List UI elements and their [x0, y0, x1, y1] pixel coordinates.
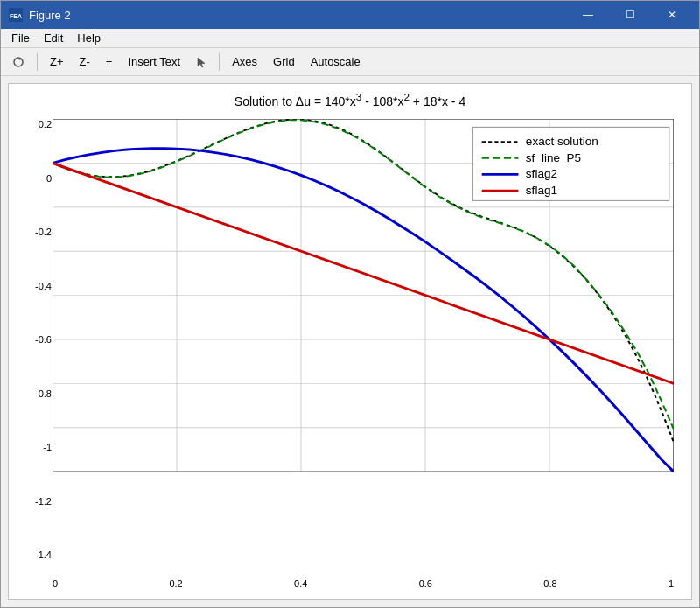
- svg-marker-3: [198, 58, 205, 67]
- y-label-2: -0.2: [35, 227, 52, 237]
- x-label-0: 0: [52, 578, 58, 589]
- toolbar-insert-text[interactable]: Insert Text: [122, 52, 186, 72]
- chart-svg-container: exact solution sf_line_P5 sflag2 sflag1: [52, 119, 674, 560]
- toolbar-zoom-out[interactable]: Z-: [74, 52, 96, 72]
- x-label-02: 0.2: [169, 578, 182, 589]
- svg-text:FEA: FEA: [10, 13, 22, 19]
- y-axis-labels: 0.2 0 -0.2 -0.4 -0.6 -0.8 -1 -1.2 -1.4: [13, 119, 52, 560]
- window-title: Figure 2: [29, 9, 568, 22]
- toolbar: Z+ Z- + Insert Text Axes Grid Autoscale: [1, 48, 699, 76]
- toolbar-sep-2: [219, 53, 220, 71]
- window-controls: — ☐ ✕: [568, 1, 692, 29]
- y-label-6: -1: [43, 442, 52, 452]
- close-button[interactable]: ✕: [652, 1, 692, 29]
- x-label-04: 0.4: [294, 578, 307, 589]
- y-label-4: -0.6: [35, 334, 52, 345]
- y-label-5: -0.8: [35, 388, 52, 399]
- toolbar-pan[interactable]: +: [100, 52, 119, 72]
- y-label-8: -1.4: [35, 549, 52, 560]
- y-label-7: -1.2: [35, 496, 52, 507]
- minimize-button[interactable]: —: [568, 1, 608, 29]
- toolbar-axes[interactable]: Axes: [226, 52, 263, 72]
- toolbar-grid[interactable]: Grid: [267, 52, 301, 72]
- toolbar-sep-1: [37, 53, 38, 71]
- legend-sflag1: sflag1: [526, 185, 557, 197]
- y-label-1: 0: [46, 173, 52, 184]
- legend-exact: exact solution: [526, 136, 598, 148]
- legend-sfline: sf_line_P5: [526, 151, 581, 164]
- toolbar-cursor-icon[interactable]: [190, 52, 213, 72]
- plot-area: Solution to Δu = 140*x3 - 108*x2 + 18*x …: [8, 83, 692, 600]
- x-label-06: 0.6: [419, 578, 432, 589]
- toolbar-rotate-icon[interactable]: [6, 52, 31, 72]
- main-window: FEA Figure 2 — ☐ ✕ File Edit Help Z+ Z- …: [0, 0, 700, 608]
- menu-edit[interactable]: Edit: [37, 30, 70, 46]
- maximize-button[interactable]: ☐: [610, 1, 650, 29]
- legend-sflag2: sflag2: [526, 168, 557, 180]
- plot-title: Solution to Δu = 140*x3 - 108*x2 + 18*x …: [9, 84, 691, 112]
- app-icon: FEA: [8, 7, 24, 23]
- x-axis-labels: 0 0.2 0.4 0.6 0.8 1: [52, 575, 674, 592]
- title-bar: FEA Figure 2 — ☐ ✕: [1, 1, 699, 29]
- plot-svg: exact solution sf_line_P5 sflag2 sflag1: [52, 119, 674, 560]
- menu-bar: File Edit Help: [1, 29, 699, 48]
- menu-file[interactable]: File: [4, 30, 37, 46]
- toolbar-zoom-in[interactable]: Z+: [44, 52, 70, 72]
- y-label-0: 0.2: [38, 119, 52, 129]
- y-label-3: -0.4: [35, 281, 52, 291]
- x-label-1: 1: [668, 578, 674, 589]
- toolbar-autoscale[interactable]: Autoscale: [304, 52, 367, 72]
- menu-help[interactable]: Help: [70, 30, 108, 46]
- x-label-08: 0.8: [543, 578, 556, 589]
